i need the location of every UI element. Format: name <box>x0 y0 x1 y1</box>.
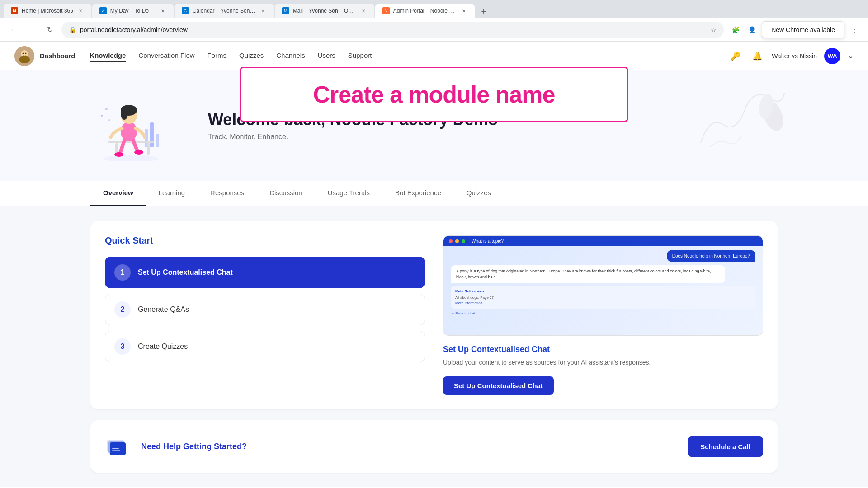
help-title: Need Help Getting Started? <box>141 442 247 451</box>
svg-point-4 <box>25 52 27 54</box>
svg-point-2 <box>19 56 30 63</box>
forward-button[interactable]: → <box>25 23 38 36</box>
qs-label-3: Create Quizzes <box>138 343 188 351</box>
qs-num-3: 3 <box>114 338 131 355</box>
nav-link-channels[interactable]: Channels <box>276 50 305 62</box>
svg-point-5 <box>104 155 158 161</box>
qs-num-1: 1 <box>114 264 131 281</box>
tab-bot-experience[interactable]: Bot Experience <box>382 181 454 206</box>
main-content: Quick Start 1 Set Up Contextualised Chat… <box>0 206 868 487</box>
help-text: Need Help Getting Started? <box>141 442 247 451</box>
qs-num-2: 2 <box>114 301 131 318</box>
qs-item-3[interactable]: 3 Create Quizzes <box>105 331 425 362</box>
browser-tab-4[interactable]: M Mail – Yvonne Soh – Outlook ✕ <box>275 4 374 18</box>
tab-close-5[interactable]: ✕ <box>460 7 467 14</box>
tab-favicon-5: N <box>382 7 390 14</box>
extensions-button[interactable]: 🧩 <box>729 23 742 36</box>
nav-link-support[interactable]: Support <box>348 50 372 62</box>
hero-illustration <box>90 89 181 163</box>
new-chrome-banner[interactable]: New Chrome available <box>762 21 844 38</box>
tab-close-2[interactable]: ✕ <box>159 7 166 14</box>
tab-responses[interactable]: Responses <box>198 181 257 206</box>
qs-label-2: Generate Q&As <box>138 305 189 314</box>
svg-rect-7 <box>150 122 154 147</box>
app-nav: Dashboard Knowledge Conversation Flow Fo… <box>0 42 868 70</box>
qs-item-2[interactable]: 2 Generate Q&As <box>105 294 425 325</box>
user-name: Walter vs Nissin <box>772 52 817 60</box>
new-tab-button[interactable]: + <box>477 5 490 18</box>
tab-title-4: Mail – Yvonne Soh – Outlook <box>293 8 356 14</box>
nav-link-forms[interactable]: Forms <box>208 50 227 62</box>
qs-item-1[interactable]: 1 Set Up Contextualised Chat <box>105 257 425 288</box>
svg-point-16 <box>114 152 123 157</box>
module-name-overlay: Create a module name <box>240 67 628 122</box>
chat-header: What is a topic? <box>443 236 763 246</box>
module-name-box: Create a module name <box>240 67 628 122</box>
address-text[interactable]: portal.noodlefactory.ai/admin/overview <box>80 26 707 33</box>
lock-nav-icon[interactable]: 🔑 <box>728 49 743 63</box>
browser-tab-1[interactable]: M Home | Microsoft 365 ✕ <box>4 4 91 18</box>
tab-title-2: My Day – To Do <box>110 8 156 14</box>
chrome-actions: 🧩 👤 New Chrome available ⋮ <box>729 21 861 38</box>
setup-chat-button[interactable]: Set Up Contextualised Chat <box>443 376 554 395</box>
chat-header-max <box>462 239 465 243</box>
app-container: Create a module name Dashboard Knowledge… <box>0 42 868 487</box>
tab-close-4[interactable]: ✕ <box>360 7 367 14</box>
menu-button[interactable]: ⋮ <box>848 23 861 36</box>
tab-quizzes[interactable]: Quizzes <box>454 181 504 206</box>
address-bar[interactable]: 🔒 portal.noodlefactory.ai/admin/overview… <box>61 22 724 38</box>
browser-tab-3[interactable]: C Calendar – Yvonne Soh – Out… ✕ <box>175 4 274 18</box>
quick-start-card: Quick Start 1 Set Up Contextualised Chat… <box>90 221 778 409</box>
hero-svg <box>90 89 172 161</box>
chat-bubbles: Does Noodle help in Northern Europe? A p… <box>451 250 755 309</box>
tab-favicon-2: ✓ <box>99 7 107 14</box>
schedule-call-button[interactable]: Schedule a Call <box>688 436 763 457</box>
tab-usage-trends[interactable]: Usage Trends <box>315 181 382 206</box>
nav-link-users[interactable]: Users <box>318 50 335 62</box>
tab-discussion[interactable]: Discussion <box>257 181 315 206</box>
svg-rect-27 <box>112 448 119 449</box>
svg-point-19 <box>101 115 103 117</box>
tab-favicon-4: M <box>282 7 289 14</box>
qs-desc-title: Set Up Contextualised Chat <box>443 345 763 354</box>
browser-tab-2[interactable]: ✓ My Day – To Do ✕ <box>92 4 174 18</box>
nav-link-quizzes[interactable]: Quizzes <box>239 50 264 62</box>
tab-close-1[interactable]: ✕ <box>77 7 84 14</box>
chat-preview: What is a topic? Does Noodle help in Nor… <box>443 235 763 336</box>
bell-icon[interactable]: 🔔 <box>750 49 764 63</box>
nav-links: Knowledge Conversation Flow Forms Quizze… <box>90 50 728 62</box>
qs-description: Set Up Contextualised Chat Upload your c… <box>443 345 763 367</box>
bookmark-icon[interactable]: ☆ <box>711 26 717 33</box>
qs-desc-text: Upload your content to serve as sources … <box>443 358 763 367</box>
browser-chrome: M Home | Microsoft 365 ✕ ✓ My Day – To D… <box>0 0 868 42</box>
chat-preview-inner: What is a topic? Does Noodle help in Nor… <box>443 236 763 335</box>
svg-point-12 <box>121 122 137 141</box>
svg-point-20 <box>108 119 110 121</box>
tab-overview[interactable]: Overview <box>90 181 146 206</box>
chevron-down-icon[interactable]: ⌄ <box>848 52 854 60</box>
tab-learning[interactable]: Learning <box>146 181 198 206</box>
profile-button[interactable]: 👤 <box>745 23 758 36</box>
browser-tab-5[interactable]: N Admin Portal – Noodle Facto… ✕ <box>375 4 475 18</box>
quick-start-right: What is a topic? Does Noodle help in Nor… <box>443 235 763 395</box>
nav-link-conversation-flow[interactable]: Conversation Flow <box>138 50 194 62</box>
tab-close-3[interactable]: ✕ <box>259 7 267 14</box>
chat-bubble-ref: Main References All about dogs, Page 27 … <box>451 286 755 309</box>
reload-button[interactable]: ↻ <box>43 23 56 36</box>
help-icon <box>105 433 132 460</box>
module-name-text: Create a module name <box>313 81 555 108</box>
qs-label-1: Set Up Contextualised Chat <box>138 268 233 277</box>
chat-bubble-bot: A pony is a type of dog that originated … <box>451 265 725 283</box>
back-button[interactable]: ← <box>7 23 20 36</box>
hero-deco <box>696 80 787 154</box>
back-to-chat[interactable]: ← Back to chat <box>451 311 755 315</box>
tab-favicon-3: C <box>182 7 189 14</box>
dashboard-label[interactable]: Dashboard <box>40 52 75 60</box>
svg-rect-8 <box>156 134 159 147</box>
logo-area: Dashboard <box>14 46 75 66</box>
user-avatar[interactable]: WA <box>824 48 840 64</box>
nav-link-knowledge[interactable]: Knowledge <box>90 50 126 62</box>
quick-start-left: Quick Start 1 Set Up Contextualised Chat… <box>105 235 425 395</box>
address-bar-row: ← → ↻ 🔒 portal.noodlefactory.ai/admin/ov… <box>0 18 868 42</box>
chat-header-min <box>455 239 459 243</box>
